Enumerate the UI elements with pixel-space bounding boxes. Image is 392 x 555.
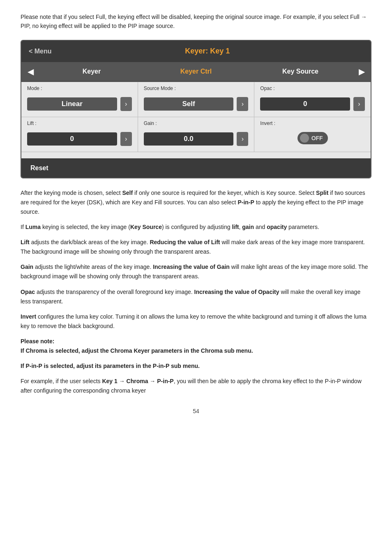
mode-value: Linear bbox=[27, 97, 117, 111]
arrow-right-icon: ▶ bbox=[359, 67, 365, 76]
keyer-panel: < Menu Keyer: Key 1 ◀ Keyer Keyer Ctrl K… bbox=[21, 40, 371, 178]
body-p6: Invert configures the luma key color. Tu… bbox=[21, 312, 371, 331]
source-mode-label: Source Mode : bbox=[144, 86, 249, 91]
tab-keyer-ctrl-label: Keyer Ctrl bbox=[180, 68, 212, 75]
panel-header: < Menu Keyer: Key 1 bbox=[21, 41, 371, 62]
tab-keyer[interactable]: Keyer bbox=[39, 62, 144, 81]
tab-keyer-ctrl[interactable]: Keyer Ctrl bbox=[144, 62, 248, 81]
lift-cell: Lift : 0 › bbox=[21, 117, 138, 152]
body-p8: If P-in-P is selected, adjust its parame… bbox=[21, 361, 371, 371]
mode-cell: Mode : Linear › bbox=[21, 82, 138, 117]
panel-tabs: ◀ Keyer Keyer Ctrl Key Source ▶ bbox=[21, 62, 371, 82]
opac-label: Opac : bbox=[260, 86, 365, 91]
gain-label: Gain : bbox=[144, 120, 249, 126]
body-p4: Gain adjusts the light/white areas of th… bbox=[21, 262, 371, 281]
opac-value: 0 bbox=[260, 97, 350, 111]
spacer-row bbox=[21, 152, 371, 158]
gain-value: 0.0 bbox=[144, 132, 234, 146]
body-p1: After the keying mode is chosen, select … bbox=[21, 188, 371, 217]
panel-row-1: Mode : Linear › Source Mode : Self › Opa… bbox=[21, 82, 371, 117]
arrow-left-icon: ◀ bbox=[28, 67, 34, 76]
lift-value: 0 bbox=[27, 132, 117, 146]
mode-value-row: Linear › bbox=[27, 93, 132, 113]
body-p3: Lift adjusts the dark/black areas of the… bbox=[21, 238, 371, 257]
mode-chevron-button[interactable]: › bbox=[120, 97, 132, 111]
invert-value: OFF bbox=[311, 135, 323, 141]
opac-value-row: 0 › bbox=[260, 93, 365, 113]
intro-paragraph: Please note that if you select Full, the… bbox=[21, 12, 371, 31]
source-mode-value: Self bbox=[144, 97, 234, 111]
body-p7: Please note: If Chroma is selected, adju… bbox=[21, 337, 371, 356]
mode-label: Mode : bbox=[27, 86, 132, 91]
lift-value-row: 0 › bbox=[27, 128, 132, 148]
tab-next-button[interactable]: ▶ bbox=[353, 62, 371, 81]
lift-chevron-button[interactable]: › bbox=[120, 132, 132, 146]
invert-cell: Invert : OFF bbox=[254, 117, 371, 152]
tab-keyer-label: Keyer bbox=[83, 68, 101, 75]
invert-toggle[interactable]: OFF bbox=[297, 132, 328, 144]
panel-row-2: Lift : 0 › Gain : 0.0 › Invert : OFF bbox=[21, 117, 371, 152]
body-p2: If Luma keying is selected, the key imag… bbox=[21, 222, 371, 232]
page-number: 54 bbox=[21, 408, 371, 414]
panel-title: Keyer: Key 1 bbox=[52, 47, 363, 56]
lift-label: Lift : bbox=[27, 120, 132, 126]
tab-key-source[interactable]: Key Source bbox=[248, 62, 353, 81]
source-mode-chevron-button[interactable]: › bbox=[237, 97, 248, 111]
body-p5: Opac adjusts the transparency of the ove… bbox=[21, 287, 371, 306]
opac-cell: Opac : 0 › bbox=[254, 82, 371, 117]
reset-button[interactable]: Reset bbox=[21, 158, 371, 178]
toggle-circle bbox=[300, 134, 309, 143]
invert-label: Invert : bbox=[260, 120, 365, 126]
tab-prev-button[interactable]: ◀ bbox=[21, 62, 39, 81]
source-mode-value-row: Self › bbox=[144, 93, 249, 113]
tab-key-source-label: Key Source bbox=[282, 68, 318, 75]
opac-chevron-button[interactable]: › bbox=[353, 97, 365, 111]
gain-chevron-button[interactable]: › bbox=[237, 132, 248, 146]
body-p9: For example, if the user selects Key 1 →… bbox=[21, 377, 371, 395]
gain-value-row: 0.0 › bbox=[144, 128, 249, 148]
source-mode-cell: Source Mode : Self › bbox=[138, 82, 255, 117]
gain-cell: Gain : 0.0 › bbox=[138, 117, 255, 152]
menu-back-button[interactable]: < Menu bbox=[29, 48, 52, 55]
invert-value-row: OFF bbox=[260, 128, 365, 147]
